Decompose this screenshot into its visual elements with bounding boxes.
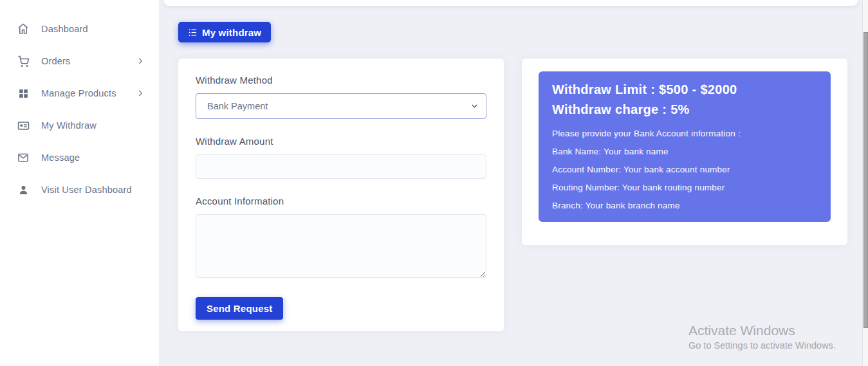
user-icon	[16, 185, 30, 196]
withdraw-amount-label: Withdraw Amount	[196, 136, 486, 147]
send-request-button[interactable]: Send Request	[196, 297, 283, 320]
account-information-textarea[interactable]	[196, 214, 486, 278]
sidebar-item-my-withdraw[interactable]: My Withdraw	[0, 109, 159, 142]
cart-icon	[16, 55, 30, 68]
grid-icon	[16, 88, 30, 99]
withdraw-limit-title: Withdraw Limit : $500 - $2000	[552, 80, 818, 100]
home-icon	[16, 23, 30, 35]
info-line: Routing Number: Your bank routing number	[552, 179, 818, 197]
envelope-icon	[16, 152, 30, 163]
sidebar-item-label: Manage Products	[41, 88, 116, 98]
sidebar-item-dashboard[interactable]: Dashboard	[0, 13, 159, 45]
info-line: Please provide your Bank Account informa…	[552, 125, 818, 143]
withdraw-method-label: Withdraw Method	[196, 75, 486, 86]
money-check-icon	[16, 120, 30, 132]
list-icon	[188, 28, 198, 37]
info-line: Branch: Your bank branch name	[552, 197, 818, 215]
sidebar-item-visit-user-dashboard[interactable]: Visit User Dashboard	[0, 174, 159, 206]
my-withdraw-button-label: My withdraw	[202, 27, 261, 38]
sidebar-item-orders[interactable]: Orders	[0, 45, 159, 77]
topbar-remnant	[164, 0, 858, 6]
withdraw-method-select[interactable]: Bank Payment	[196, 93, 486, 119]
sidebar-item-message[interactable]: Message	[0, 142, 159, 174]
sidebar-item-label: Dashboard	[41, 24, 88, 34]
activate-windows-watermark-subtext: Go to Settings to activate Windows.	[688, 340, 836, 351]
sidebar-item-label: Visit User Dashboard	[41, 185, 132, 195]
sidebar-nav: Dashboard Orders Manage Products M	[0, 0, 159, 206]
sidebar-item-label: My Withdraw	[41, 120, 97, 131]
sidebar: Dashboard Orders Manage Products M	[0, 0, 159, 366]
info-line: Account Number: Your bank account number	[552, 161, 818, 179]
activate-windows-watermark: Activate Windows	[688, 323, 795, 338]
withdraw-amount-input[interactable]	[196, 154, 486, 179]
scrollbar[interactable]	[862, 0, 868, 366]
withdraw-info-card: Withdraw Limit : $500 - $2000 Withdraw c…	[522, 59, 847, 245]
my-withdraw-button[interactable]: My withdraw	[178, 22, 271, 42]
withdraw-charge-title: Withdraw charge : 5%	[552, 100, 818, 120]
sidebar-item-label: Message	[41, 152, 80, 163]
sidebar-item-manage-products[interactable]: Manage Products	[0, 77, 159, 109]
account-information-label: Account Information	[196, 196, 486, 206]
info-line: Bank Name: Your bank name	[552, 143, 818, 161]
withdraw-method-select-wrap: Bank Payment	[196, 93, 486, 119]
chevron-right-icon	[136, 57, 145, 66]
sidebar-item-label: Orders	[41, 56, 71, 66]
scrollbar-thumb[interactable]	[863, 32, 868, 328]
chevron-right-icon	[136, 89, 145, 98]
withdraw-info-panel: Withdraw Limit : $500 - $2000 Withdraw c…	[539, 71, 831, 222]
withdraw-form-card: Withdraw Method Bank Payment Withdraw Am…	[178, 59, 504, 331]
